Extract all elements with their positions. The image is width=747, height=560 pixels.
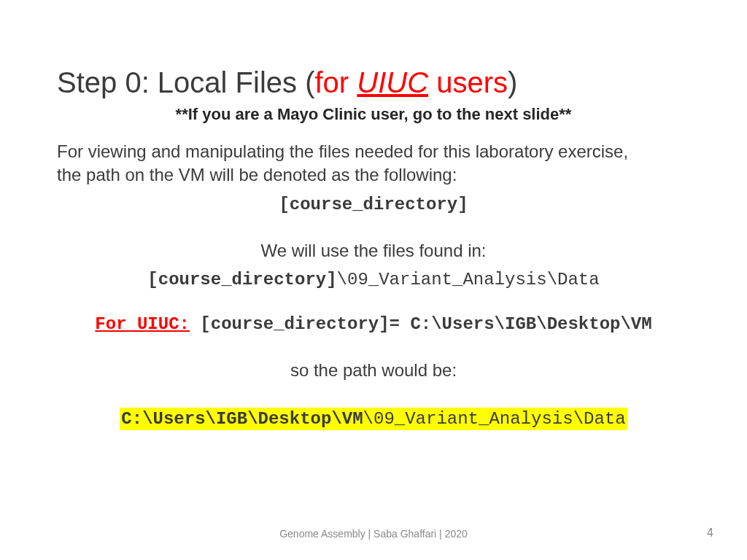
- path1-prefix: [course_directory]: [147, 270, 336, 289]
- use-files-line: We will use the files found in:: [57, 239, 690, 262]
- intro-line-1: For viewing and manipulating the files n…: [57, 140, 690, 163]
- subtitle-note: **If you are a Mayo Clinic user, go to t…: [57, 105, 690, 124]
- title-red1: for: [315, 66, 357, 98]
- final-suffix: \09_Variant_Analysis\Data: [363, 409, 626, 429]
- so-path-line: so the path would be:: [57, 359, 690, 382]
- course-dir-placeholder: [course_directory]: [279, 195, 468, 214]
- final-prefix: C:\Users\IGB\Desktop\VM: [121, 409, 363, 429]
- page-number: 4: [707, 526, 713, 540]
- path1-suffix: \09_Variant_Analysis\Data: [337, 270, 600, 289]
- for-uiuc-label: For UIUC:: [95, 314, 190, 334]
- equals-line: [course_directory]= C:\Users\IGB\Desktop…: [190, 314, 652, 334]
- final-path-highlight: C:\Users\IGB\Desktop\VM\09_Variant_Analy…: [120, 408, 627, 430]
- slide: Step 0: Local Files (for UIUC users) **I…: [0, 0, 747, 560]
- title-prefix: Step 0: Local Files (: [57, 66, 315, 98]
- intro-line-2: the path on the VM will be denoted as th…: [57, 163, 690, 187]
- footer-credits: Genome Assembly | Saba Ghaffari | 2020: [0, 528, 747, 540]
- title-uiuc: UIUC: [357, 66, 428, 98]
- slide-title: Step 0: Local Files (for UIUC users): [57, 66, 690, 99]
- title-suffix: ): [508, 66, 517, 98]
- title-red2: users: [428, 66, 508, 98]
